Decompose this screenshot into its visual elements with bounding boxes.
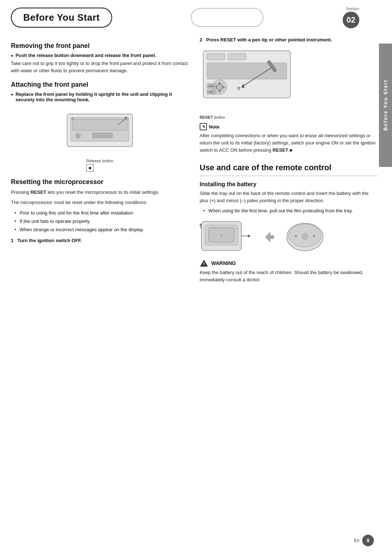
page-number: 9 (362, 535, 374, 546)
svg-rect-12 (228, 53, 246, 60)
attaching-panel-heading: Attaching the front panel (11, 81, 189, 89)
resetting-body2: The microprocessor must be reset under t… (11, 199, 189, 206)
svg-marker-33 (248, 234, 250, 237)
resetting-section: Resetting the microprocessor Pressing RE… (11, 178, 189, 243)
reset-svg: ANS BM (200, 45, 301, 113)
attaching-panel-section: Attaching the front panel Replace the fr… (11, 81, 189, 172)
use-care-heading: Use and care of the remote control (200, 163, 377, 173)
reset-caption: RESET button (200, 115, 377, 119)
svg-text:+: + (294, 233, 297, 239)
svg-point-41 (302, 234, 308, 240)
section-label: Section (346, 7, 359, 11)
attaching-panel-bullet: Replace the front panel by holding it up… (11, 91, 189, 102)
svg-rect-11 (207, 53, 225, 60)
warning-text: Keep the battery out of the reach of chi… (200, 269, 377, 283)
divider (200, 176, 377, 176)
svg-text:ANS: ANS (208, 85, 214, 88)
svg-point-9 (126, 117, 128, 119)
removing-panel-bullet: Push the release button downward and rel… (11, 53, 189, 58)
note-box: ✎ Note After completing connections or w… (200, 123, 377, 154)
battery-bullet-list: When using for the first time, pull out … (200, 207, 377, 215)
top-bar: Before You Start Section 02 (0, 0, 392, 28)
reset-illustration: ANS BM (200, 45, 377, 114)
svg-marker-36 (265, 232, 274, 242)
warning-icon: ! (200, 259, 208, 267)
svg-text:+: + (220, 233, 222, 237)
resetting-bullet-1: Prior to using this unit for the first t… (15, 209, 189, 217)
page-title: Before You Start (11, 8, 112, 28)
page-container: Before You Start Section 02 Before You S… (0, 0, 392, 555)
svg-rect-5 (93, 133, 113, 138)
sidebar-label: Before You Start (383, 79, 388, 131)
removing-panel-heading: Removing the front panel (11, 42, 189, 50)
page-footer: En 9 (354, 535, 374, 546)
step2-heading: 2 Press RESET with a pen tip or other po… (200, 37, 377, 42)
svg-point-15 (217, 84, 222, 90)
warning-box: ! WARNING Keep the battery out of the re… (200, 259, 377, 283)
resetting-heading: Resetting the microprocessor (11, 178, 189, 186)
step1: 1 Turn the ignition switch OFF. (11, 238, 189, 243)
battery-bullet-1: When using for the first time, pull out … (203, 207, 377, 215)
resetting-bullet-3: When strange or incorrect messages appea… (15, 226, 189, 233)
note-header: ✎ Note (200, 123, 377, 130)
section-badge-container: Section 02 (343, 7, 359, 28)
note-icon: ✎ (200, 123, 207, 130)
warning-header: ! WARNING (200, 259, 377, 267)
warning-label: WARNING (211, 260, 236, 266)
resetting-body1: Pressing RESET lets you reset the microp… (11, 189, 189, 196)
footer-lang: En (354, 538, 359, 543)
use-care-section: Use and care of the remote control Insta… (200, 163, 377, 283)
sidebar-tab: Before You Start (379, 44, 392, 167)
svg-point-24 (237, 87, 240, 90)
battery-svg-1: + (200, 220, 256, 254)
left-column: Removing the front panel Push the releas… (11, 36, 189, 284)
front-panel-svg (60, 107, 140, 158)
panel-caption: Release button ■ (86, 159, 113, 172)
svg-text:!: ! (203, 261, 205, 266)
installing-battery-body: Slide the tray out on the back of the re… (200, 190, 377, 204)
removing-panel-section: Removing the front panel Push the releas… (11, 42, 189, 74)
battery-arrow-svg (263, 228, 274, 246)
section-badge: 02 (343, 12, 359, 28)
svg-point-8 (72, 117, 74, 119)
resetting-bullet-2: If the unit fails to operate properly (15, 218, 189, 225)
installing-battery-heading: Installing the battery (200, 181, 377, 188)
svg-rect-2 (73, 119, 127, 130)
resetting-bullet-list: Prior to using this unit for the first t… (11, 209, 189, 233)
removing-panel-body: Take care not to grip it too tightly or … (11, 60, 189, 74)
front-panel-illustration: Release button ■ (11, 107, 189, 172)
svg-text:BM: BM (209, 90, 213, 94)
battery-illustrations: + (200, 220, 377, 254)
note-text: After completing connections or when you… (200, 132, 377, 154)
right-column: 2 Press RESET with a pen tip or other po… (200, 36, 377, 284)
note-label: Note (209, 124, 220, 130)
svg-point-4 (77, 135, 79, 137)
battery-svg-2: + × (281, 220, 328, 254)
svg-text:×: × (313, 233, 315, 239)
main-content: Removing the front panel Push the releas… (0, 32, 392, 295)
